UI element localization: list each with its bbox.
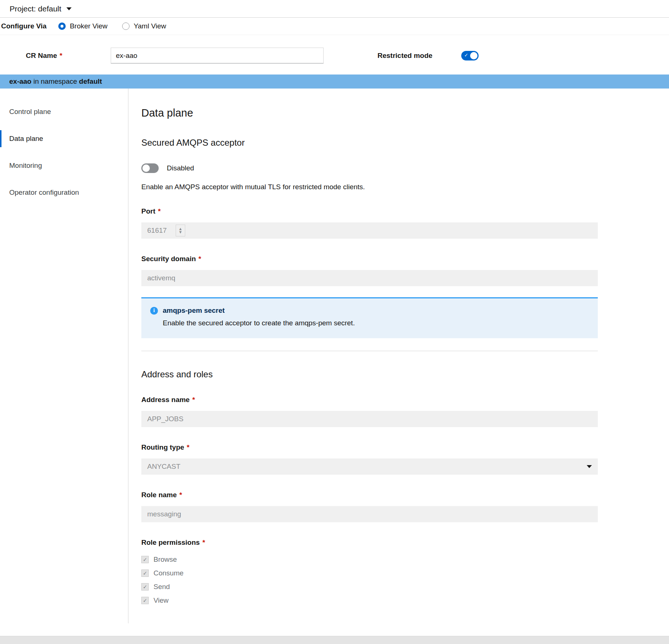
amqps-toggle-state-label: Disabled xyxy=(167,164,194,172)
checkbox-checked-icon: ✓ xyxy=(141,597,149,604)
amqps-acceptor-toggle[interactable] xyxy=(141,163,159,173)
sidebar-item-monitoring[interactable]: Monitoring xyxy=(0,157,128,174)
permission-send: ✓ Send xyxy=(141,583,598,591)
sidebar-nav: Control plane Data plane Monitoring Oper… xyxy=(0,89,128,623)
permissions-list: ✓ Browse ✓ Consume ✓ Send ✓ View xyxy=(141,555,598,605)
port-label: Port* xyxy=(141,207,161,215)
amqps-description: Enable an AMQPS acceptor with mutual TLS… xyxy=(141,183,598,191)
role-name-input: messaging xyxy=(141,506,598,522)
project-selector[interactable]: Project: default xyxy=(0,0,669,18)
radio-broker-view-label: Broker View xyxy=(70,22,107,30)
security-domain-value: activemq xyxy=(147,274,175,282)
address-name-field-group: Address name* APP_JOBS xyxy=(141,396,598,427)
address-name-input: APP_JOBS xyxy=(141,411,598,427)
project-selector-label: Project: default xyxy=(10,4,61,13)
toggle-knob xyxy=(142,165,150,172)
checkbox-checked-icon: ✓ xyxy=(141,583,149,591)
permission-browse-label: Browse xyxy=(154,555,177,564)
amqps-toggle-row: Disabled xyxy=(141,163,598,173)
required-star: * xyxy=(187,443,189,451)
address-name-label: Address name* xyxy=(141,396,195,404)
info-icon: i xyxy=(150,307,158,315)
required-star: * xyxy=(158,207,161,215)
radio-yaml-view[interactable]: Yaml View xyxy=(122,22,166,30)
routing-type-select: ANYCAST xyxy=(141,458,598,475)
chevron-down-icon xyxy=(587,465,592,468)
routing-type-value: ANYCAST xyxy=(147,463,180,471)
content-area: Control plane Data plane Monitoring Oper… xyxy=(0,89,669,623)
configure-via-label: Configure Via xyxy=(1,22,46,30)
cr-name-row: CR Name* Restricted mode ✓ xyxy=(0,35,669,75)
permission-consume: ✓ Consume xyxy=(141,569,598,577)
required-star: * xyxy=(202,539,205,546)
radio-selected-icon xyxy=(58,22,66,30)
port-value: 61617 xyxy=(147,226,167,235)
required-star: * xyxy=(199,255,201,263)
role-permissions-field-group: Role permissions* ✓ Browse ✓ Consume ✓ S… xyxy=(141,539,598,605)
alert-header: i amqps-pem secret xyxy=(150,307,589,315)
address-name-value: APP_JOBS xyxy=(147,415,183,423)
namespace-banner: ex-aao in namespace default xyxy=(0,75,669,89)
role-name-field-group: Role name* messaging xyxy=(141,491,598,522)
permission-view-label: View xyxy=(154,596,169,605)
permission-consume-label: Consume xyxy=(154,569,183,577)
radio-broker-view[interactable]: Broker View xyxy=(58,22,107,30)
cr-name-input[interactable] xyxy=(111,48,324,63)
radio-unselected-icon xyxy=(122,22,130,30)
security-domain-label: Security domain* xyxy=(141,255,201,263)
alert-description: Enable the secured acceptor to create th… xyxy=(163,319,589,327)
security-domain-field-group: Security domain* activemq xyxy=(141,255,598,286)
permission-browse: ✓ Browse xyxy=(141,555,598,564)
address-section-heading: Address and roles xyxy=(141,369,598,380)
routing-type-field-group: Routing type* ANYCAST xyxy=(141,443,598,475)
restricted-mode-toggle[interactable]: ✓ xyxy=(461,51,479,60)
chevron-down-icon xyxy=(66,7,72,10)
amqps-pem-info-alert: i amqps-pem secret Enable the secured ac… xyxy=(141,297,598,338)
number-stepper-icon: ▲▼ xyxy=(176,225,185,236)
banner-namespace: default xyxy=(79,77,102,86)
checkbox-checked-icon: ✓ xyxy=(141,556,149,563)
configure-via-toolbar: Configure Via Broker View Yaml View xyxy=(0,18,669,35)
restricted-mode-label: Restricted mode xyxy=(377,52,432,60)
check-icon: ✓ xyxy=(464,52,468,58)
required-star: * xyxy=(179,491,182,499)
sidebar-item-data-plane[interactable]: Data plane xyxy=(0,130,128,147)
banner-middle-text: in namespace xyxy=(31,77,79,86)
port-field-group: Port* 61617 ▲▼ xyxy=(141,207,598,239)
data-plane-form: Data plane Secured AMQPS acceptor Disabl… xyxy=(128,89,598,623)
alert-title: amqps-pem secret xyxy=(163,307,225,315)
toggle-knob xyxy=(470,52,477,59)
section-divider xyxy=(141,351,598,351)
radio-yaml-view-label: Yaml View xyxy=(134,22,166,30)
port-input: 61617 ▲▼ xyxy=(141,222,598,239)
checkbox-checked-icon: ✓ xyxy=(141,569,149,577)
permission-send-label: Send xyxy=(154,583,170,591)
horizontal-scrollbar[interactable] xyxy=(0,636,669,644)
routing-type-label: Routing type* xyxy=(141,443,190,451)
banner-cr-name: ex-aao xyxy=(9,77,31,86)
amqps-section-heading: Secured AMQPS acceptor xyxy=(141,138,598,148)
required-star: * xyxy=(192,396,195,404)
required-star: * xyxy=(59,52,62,59)
permission-view: ✓ View xyxy=(141,596,598,605)
role-permissions-label: Role permissions* xyxy=(141,539,205,546)
role-name-label: Role name* xyxy=(141,491,182,499)
cr-name-label: CR Name* xyxy=(26,52,111,60)
sidebar-item-operator-configuration[interactable]: Operator configuration xyxy=(0,184,128,201)
page-title: Data plane xyxy=(141,107,598,119)
security-domain-input: activemq xyxy=(141,270,598,286)
role-name-value: messaging xyxy=(147,510,181,518)
sidebar-item-control-plane[interactable]: Control plane xyxy=(0,103,128,120)
